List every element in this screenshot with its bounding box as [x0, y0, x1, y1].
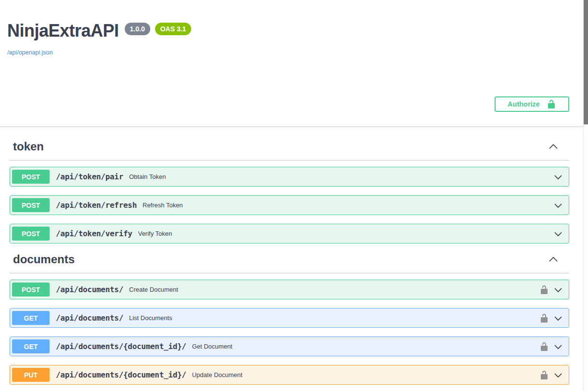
- version-badge: 1.0.0: [125, 23, 150, 35]
- endpoint-list: POST /api/documents/ Create Document GET…: [10, 273, 569, 385]
- endpoint-path: /api/documents/: [56, 285, 123, 294]
- method-badge: GET: [12, 339, 50, 353]
- endpoint-summary: Get Document: [192, 343, 233, 350]
- chevron-down-icon: [552, 342, 564, 351]
- method-badge: POST: [12, 198, 50, 212]
- endpoint-row-post[interactable]: POST /api/token/refresh Refresh Token: [10, 195, 569, 215]
- unlocked-padlock-icon: [539, 313, 549, 323]
- scrollbar-thumb[interactable]: [584, 0, 588, 124]
- endpoint-row-get[interactable]: GET /api/documents/ List Documents: [10, 308, 569, 328]
- openapi-spec-link[interactable]: /api/openapi.json: [7, 49, 53, 56]
- endpoint-list: POST /api/token/pair Obtain Token POST /…: [10, 161, 569, 243]
- expand-endpoint-button[interactable]: [552, 370, 564, 380]
- section-title: documents: [13, 252, 75, 266]
- endpoint-summary: Refresh Token: [143, 202, 183, 209]
- endpoint-summary: Create Document: [129, 286, 178, 293]
- chevron-down-icon: [552, 370, 564, 380]
- scheme-container: Authorize: [0, 96, 583, 127]
- auth-lock-button[interactable]: [539, 370, 549, 380]
- page-scrollbar[interactable]: [583, 0, 588, 391]
- tag-section-token: token POST /api/token/pair Obtain Token …: [10, 139, 569, 243]
- endpoint-path: /api/documents/{document_id}/: [56, 342, 186, 351]
- oas-badge: OAS 3.1: [155, 23, 192, 35]
- endpoint-summary: List Documents: [129, 314, 172, 322]
- chevron-up-icon: [547, 254, 560, 265]
- endpoint-path: /api/token/refresh: [56, 201, 137, 210]
- endpoint-summary: Verify Token: [138, 230, 172, 237]
- expand-endpoint-button[interactable]: [552, 285, 564, 295]
- expand-endpoint-button[interactable]: [552, 342, 564, 351]
- endpoint-path: /api/token/pair: [56, 172, 123, 181]
- expand-endpoint-button[interactable]: [552, 229, 564, 239]
- endpoint-row-post[interactable]: POST /api/token/pair Obtain Token: [10, 167, 569, 187]
- version-badges: 1.0.0 OAS 3.1: [125, 23, 192, 35]
- endpoint-row-get[interactable]: GET /api/documents/{document_id}/ Get Do…: [10, 337, 569, 356]
- page-title: NinjaExtraAPI: [7, 20, 119, 41]
- authorize-button-label: Authorize: [508, 100, 540, 108]
- expand-endpoint-button[interactable]: [552, 201, 564, 210]
- swagger-ui-page: NinjaExtraAPI 1.0.0 OAS 3.1 /api/openapi…: [0, 0, 583, 391]
- auth-lock-button[interactable]: [539, 342, 549, 351]
- authorize-button[interactable]: Authorize: [495, 96, 569, 112]
- expand-endpoint-button[interactable]: [552, 172, 564, 182]
- endpoint-path: /api/documents/{document_id}/: [56, 370, 186, 379]
- endpoint-summary: Update Document: [192, 371, 243, 378]
- endpoint-row-put[interactable]: PUT /api/documents/{document_id}/ Update…: [10, 365, 569, 385]
- method-badge: POST: [12, 283, 50, 297]
- unlocked-padlock-icon: [539, 342, 549, 351]
- endpoint-row-post[interactable]: POST /api/token/verify Verify Token: [10, 224, 569, 243]
- endpoint-row-post[interactable]: POST /api/documents/ Create Document: [10, 280, 569, 299]
- api-info: NinjaExtraAPI 1.0.0 OAS 3.1 /api/openapi…: [0, 0, 583, 56]
- auth-lock-button[interactable]: [539, 313, 549, 323]
- section-header[interactable]: documents: [10, 252, 569, 273]
- endpoint-path: /api/documents/: [56, 313, 123, 323]
- method-badge: GET: [12, 311, 50, 325]
- unlocked-padlock-icon: [547, 99, 556, 109]
- collapse-section-button[interactable]: [547, 254, 560, 265]
- method-badge: POST: [12, 170, 50, 184]
- method-badge: POST: [12, 227, 50, 241]
- endpoint-path: /api/token/verify: [56, 229, 132, 238]
- unlocked-padlock-icon: [539, 370, 549, 380]
- unlocked-padlock-icon: [539, 285, 549, 295]
- chevron-down-icon: [552, 285, 564, 295]
- sections: token POST /api/token/pair Obtain Token …: [0, 139, 583, 385]
- method-badge: PUT: [12, 368, 50, 382]
- chevron-down-icon: [552, 201, 564, 210]
- collapse-section-button[interactable]: [547, 141, 560, 152]
- chevron-down-icon: [552, 313, 564, 323]
- section-header[interactable]: token: [10, 139, 569, 161]
- chevron-down-icon: [552, 229, 564, 239]
- expand-endpoint-button[interactable]: [552, 313, 564, 323]
- auth-lock-button[interactable]: [539, 285, 549, 295]
- tag-section-documents: documents POST /api/documents/ Create Do…: [10, 252, 569, 385]
- chevron-down-icon: [552, 172, 564, 182]
- endpoint-summary: Obtain Token: [129, 173, 166, 180]
- section-title: token: [13, 139, 44, 153]
- chevron-up-icon: [547, 141, 560, 152]
